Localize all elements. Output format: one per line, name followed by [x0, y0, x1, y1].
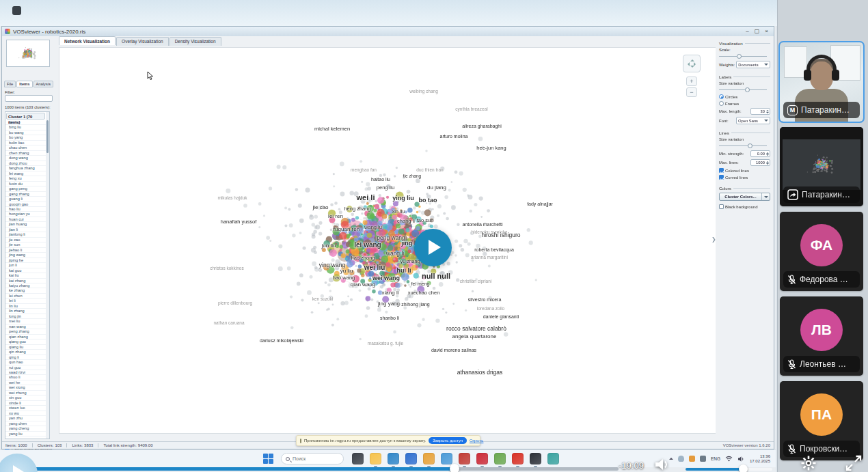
- author-list-item[interactable]: bo yang: [5, 135, 46, 140]
- network-node-label[interactable]: silvestro micera: [468, 297, 502, 302]
- author-list-item[interactable]: xiwen luo: [5, 406, 46, 411]
- network-node-label[interactable]: masakatsu g. fujie: [368, 341, 403, 346]
- network-node-label[interactable]: shanbo li: [380, 316, 399, 320]
- network-node-label[interactable]: du jiang: [427, 184, 446, 191]
- author-list-item[interactable]: bing liu: [5, 125, 46, 130]
- author-list-item[interactable]: jie cao: [5, 238, 46, 242]
- author-list-item[interactable]: bolin liao: [5, 141, 46, 145]
- colored-lines-checkbox[interactable]: [719, 168, 724, 173]
- participant-tile-leontev[interactable]: ЛВ Леонтьев …: [780, 296, 863, 376]
- network-node-label[interactable]: tie zhang: [403, 173, 421, 178]
- network-node-label[interactable]: hiroshi ishiguro: [481, 232, 520, 238]
- author-list-item[interactable]: qin zhang: [5, 350, 46, 355]
- author-list-item[interactable]: xu wu: [5, 411, 46, 416]
- cloud-icon[interactable]: [678, 456, 684, 462]
- cluster-colors-button[interactable]: Cluster Colors...: [719, 193, 770, 201]
- notebook-app-icon[interactable]: [494, 453, 506, 464]
- author-list-item[interactable]: jun li: [5, 263, 46, 268]
- network-node-label[interactable]: weibing chang: [409, 89, 438, 94]
- minimize-button[interactable]: –: [746, 27, 748, 36]
- author-list-item[interactable]: hongxian yu: [5, 212, 46, 217]
- panel-collapse-chevron[interactable]: ❯: [711, 236, 716, 242]
- author-list-item[interactable]: xinde li: [5, 401, 46, 406]
- network-node-label[interactable]: hao zhong: [351, 255, 375, 261]
- network-node-label[interactable]: ying liu: [392, 195, 414, 202]
- author-list-item[interactable]: bo wang: [5, 130, 46, 135]
- author-list-item[interactable]: kaiyu zhang: [5, 283, 46, 288]
- network-node-label[interactable]: roberta bevilacqua: [474, 247, 514, 252]
- participant-tile-patarakin-screen[interactable]: Патаракин…: [780, 127, 863, 206]
- author-list-item[interactable]: qun hao: [5, 360, 46, 365]
- network-node-label[interactable]: antonella marchetti: [462, 222, 502, 227]
- network-node-label[interactable]: ken suzuki: [312, 296, 334, 301]
- network-node-label[interactable]: david moreno salinas: [431, 348, 476, 352]
- author-list-item[interactable]: kai zhang: [5, 279, 46, 283]
- author-list-item[interactable]: fuxin du: [5, 182, 46, 186]
- items-list-scrollbar[interactable]: [46, 112, 49, 439]
- network-node-label[interactable]: christos kokkinos: [210, 266, 244, 270]
- network-node-label[interactable]: michal kelemen: [314, 126, 350, 132]
- author-list-item[interactable]: gang zhang: [5, 192, 46, 197]
- close-button[interactable]: ×: [765, 27, 768, 36]
- author-list-item[interactable]: dong zhou: [5, 161, 46, 166]
- author-list-item[interactable]: lin liu: [5, 304, 46, 309]
- tray-clock[interactable]: 13:36 17.02.2025: [750, 454, 770, 464]
- network-node-label[interactable]: jun liu: [322, 242, 336, 249]
- network-node-label[interactable]: christian cipriani: [460, 279, 492, 283]
- author-list-item[interactable]: guang li: [5, 197, 46, 202]
- fullscreen-icon[interactable]: [845, 454, 863, 472]
- font-select[interactable]: Open Sans: [736, 117, 770, 124]
- network-node-label[interactable]: wei liu: [364, 264, 385, 271]
- network-node-label[interactable]: mengbao fan: [351, 167, 377, 172]
- filter-input[interactable]: [5, 95, 53, 102]
- settings-gear-icon[interactable]: [801, 456, 816, 471]
- author-list-item[interactable]: wei zheng: [5, 391, 46, 395]
- network-node-label[interactable]: hui li: [397, 267, 411, 274]
- author-list-item[interactable]: feng xu: [5, 176, 46, 181]
- network-node-label[interactable]: wei li: [357, 193, 375, 202]
- participant-tile-pokrovsky[interactable]: ПА Покровски…: [780, 381, 863, 460]
- network-node-label[interactable]: chang li: [397, 218, 415, 224]
- author-list-item[interactable]: yan zhu: [5, 416, 46, 421]
- taskbar-search[interactable]: [281, 453, 344, 464]
- network-node-label[interactable]: rocco salvatore calabrò: [446, 325, 506, 332]
- items-list[interactable]: Cluster 1 (70 items)bin hubing liubo wan…: [5, 111, 50, 439]
- zotero-icon[interactable]: [476, 453, 488, 464]
- circles-radio[interactable]: [719, 94, 724, 99]
- volume-handle[interactable]: [739, 464, 748, 472]
- store-icon[interactable]: [405, 453, 417, 464]
- dark-app-icon[interactable]: [530, 453, 541, 464]
- red-app-icon[interactable]: [459, 453, 470, 464]
- author-list-item[interactable]: rui guo: [5, 365, 46, 370]
- network-node-label[interactable]: hao wang: [333, 275, 355, 281]
- author-list-item[interactable]: lei chen: [5, 294, 46, 299]
- author-list-item[interactable]: kai guo: [5, 268, 46, 273]
- author-list-item[interactable]: xin guo: [5, 395, 46, 400]
- network-node-label[interactable]: loredana zollo: [477, 306, 504, 311]
- volume-icon[interactable]: [654, 457, 672, 472]
- network-node-label[interactable]: peng liu: [377, 184, 394, 191]
- min-strength-spinner[interactable]: 0.00: [750, 150, 770, 157]
- network-node-label[interactable]: heng zhang: [344, 206, 370, 212]
- network-view[interactable]: wei liying liubo taodu jiangpeng liuhait…: [59, 47, 716, 434]
- participant-tile-patarakin-video[interactable]: M Патаракин…: [780, 42, 863, 122]
- network-node-label[interactable]: null null: [422, 272, 450, 280]
- author-list-item[interactable]: qiang liu: [5, 345, 46, 350]
- language-indicator[interactable]: ENG: [711, 456, 720, 461]
- network-node-label[interactable]: xiang li: [382, 290, 399, 296]
- network-node-label[interactable]: wang li: [386, 250, 404, 257]
- tab-file[interactable]: File: [4, 81, 16, 87]
- author-list-item[interactable]: shuo li: [5, 375, 46, 380]
- network-node-label[interactable]: lei ren: [328, 213, 343, 219]
- network-node-label[interactable]: yu zhang: [401, 259, 420, 264]
- author-list-item[interactable]: lei li: [5, 299, 46, 303]
- curved-lines-checkbox[interactable]: [719, 175, 724, 180]
- author-list-item[interactable]: yang cheng: [5, 426, 46, 431]
- lines-size-variation-slider[interactable]: [719, 143, 767, 148]
- seek-handle[interactable]: [450, 464, 459, 472]
- max-length-spinner[interactable]: 30: [750, 108, 770, 115]
- author-list-item[interactable]: wei xiong: [5, 385, 46, 390]
- center-play-button[interactable]: [414, 229, 452, 266]
- tab-density-visualization[interactable]: Density Visualization: [169, 37, 221, 46]
- author-list-item[interactable]: hao liu: [5, 207, 46, 212]
